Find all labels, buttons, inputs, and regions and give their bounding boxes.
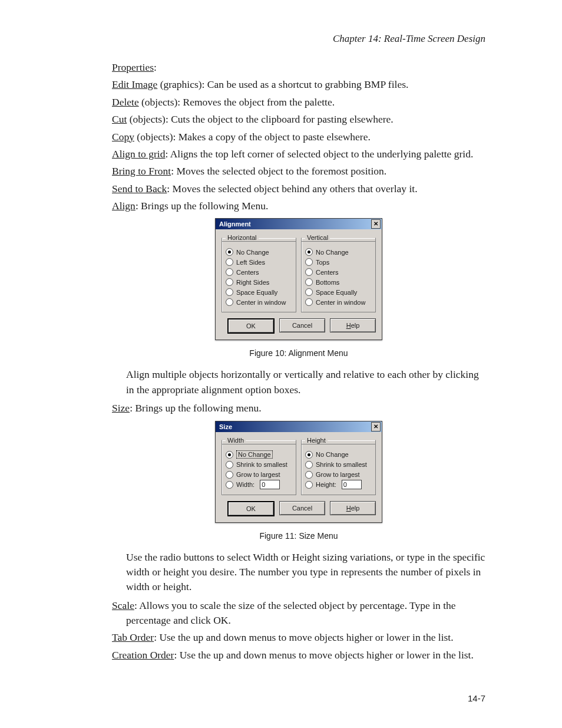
radio-icon[interactable]: [226, 278, 233, 286]
width-group: Width No ChangeShrink to smallestGrow to…: [222, 437, 296, 495]
ok-button[interactable]: OK: [227, 501, 275, 516]
definition-text: : Aligns the top left corner of selected…: [165, 148, 473, 160]
definition-term: Copy: [112, 131, 134, 143]
radio-icon[interactable]: [226, 481, 233, 489]
height-value-row[interactable]: Height: 0: [305, 480, 372, 490]
radio-icon[interactable]: [226, 268, 233, 276]
radio-icon[interactable]: [226, 298, 233, 306]
radio-option[interactable]: Center in window: [226, 297, 292, 307]
size-intro: Size: Brings up the following menu.: [112, 401, 485, 416]
definition-text: :: [154, 61, 157, 73]
size-dialog: Size ✕ Width No ChangeShrink to smallest…: [215, 421, 382, 523]
radio-option[interactable]: Left Sides: [226, 257, 292, 267]
cancel-button[interactable]: Cancel: [279, 318, 325, 332]
radio-option[interactable]: No Change: [305, 247, 372, 257]
definition-term: Edit Image: [112, 78, 157, 90]
figure-11-caption: Figure 11: Size Menu: [112, 531, 485, 541]
radio-label: Bottoms: [316, 279, 339, 286]
radio-icon[interactable]: [226, 248, 233, 256]
vertical-legend: Vertical: [305, 234, 330, 241]
radio-label: No Change: [236, 249, 269, 256]
radio-label: Shrink to smallest: [316, 461, 367, 468]
radio-label: Shrink to smallest: [236, 461, 287, 468]
radio-icon[interactable]: [305, 248, 313, 256]
definition-item: Bring to Front: Moves the selected objec…: [112, 164, 485, 179]
radio-option[interactable]: Shrink to smallest: [226, 460, 292, 470]
radio-icon[interactable]: [305, 278, 313, 286]
definition-term: Scale: [112, 599, 134, 611]
radio-icon[interactable]: [305, 451, 313, 459]
radio-label: Center in window: [236, 299, 286, 306]
radio-icon[interactable]: [305, 481, 313, 489]
definition-list: Properties:Edit Image (graphics): Can be…: [112, 60, 485, 213]
radio-option[interactable]: Right Sides: [226, 277, 292, 287]
radio-icon[interactable]: [226, 288, 233, 296]
radio-option[interactable]: No Change: [226, 450, 292, 460]
definition-item: Scale: Allows you to scale the size of t…: [112, 598, 485, 628]
close-icon[interactable]: ✕: [371, 422, 381, 431]
alignment-title: Alignment: [219, 220, 251, 228]
radio-icon[interactable]: [305, 461, 313, 469]
definition-item: Properties:: [112, 60, 485, 75]
size-description: Use the radio buttons to select Width or…: [126, 550, 485, 595]
definition-item: Cut (objects): Cuts the object to the cl…: [112, 112, 485, 127]
definition-text: : Moves the selected object behind any o…: [167, 183, 417, 195]
definition-term: Align to grid: [112, 148, 165, 160]
radio-icon[interactable]: [226, 471, 233, 479]
radio-option[interactable]: Shrink to smallest: [305, 460, 372, 470]
radio-option[interactable]: No Change: [305, 450, 372, 460]
radio-option[interactable]: Centers: [226, 267, 292, 277]
definition-term: Properties: [112, 61, 154, 73]
radio-icon[interactable]: [305, 258, 313, 266]
cancel-button[interactable]: Cancel: [279, 501, 325, 515]
definition-term: Bring to Front: [112, 165, 171, 177]
radio-option[interactable]: Center in window: [305, 297, 372, 307]
width-legend: Width: [226, 437, 246, 444]
radio-icon[interactable]: [226, 258, 233, 266]
radio-label: No Change: [236, 450, 273, 459]
radio-label: No Change: [316, 451, 349, 458]
page-number: 14-7: [468, 693, 485, 703]
definition-item: Edit Image (graphics): Can be used as a …: [112, 77, 485, 92]
radio-option[interactable]: Grow to largest: [305, 470, 372, 480]
height-input[interactable]: 0: [342, 480, 362, 489]
ok-button[interactable]: OK: [227, 318, 275, 334]
definition-term: Creation Order: [112, 649, 174, 661]
height-legend: Height: [305, 437, 328, 444]
radio-icon[interactable]: [305, 268, 313, 276]
radio-label: Grow to largest: [316, 471, 360, 478]
horizontal-group: Horizontal No ChangeLeft SidesCentersRig…: [222, 234, 296, 312]
definition-term: Tab Order: [112, 631, 154, 643]
radio-icon[interactable]: [305, 471, 313, 479]
align-description: Align multiple objects horizontally or v…: [126, 367, 485, 397]
width-value-row[interactable]: Width: 0: [226, 480, 292, 490]
definition-term: Align: [112, 200, 135, 212]
definition-term: Send to Back: [112, 183, 167, 195]
definition-item: Creation Order: Use the up and down menu…: [112, 648, 485, 663]
radio-icon[interactable]: [226, 461, 233, 469]
help-button[interactable]: Help: [330, 501, 376, 515]
radio-option[interactable]: Centers: [305, 267, 372, 277]
definition-item: Align: Brings up the following Menu.: [112, 199, 485, 213]
help-button[interactable]: Help: [330, 318, 376, 332]
close-icon[interactable]: ✕: [371, 219, 381, 229]
definition-text: : Brings up the following Menu.: [135, 200, 269, 212]
radio-option[interactable]: Bottoms: [305, 277, 372, 287]
radio-option[interactable]: Grow to largest: [226, 470, 292, 480]
definition-item: Tab Order: Use the up and down menus to …: [112, 630, 485, 645]
radio-option[interactable]: No Change: [226, 247, 292, 257]
radio-option[interactable]: Space Equally: [305, 287, 372, 297]
radio-label: Centers: [316, 269, 339, 276]
radio-icon[interactable]: [226, 451, 233, 459]
radio-label: No Change: [316, 249, 349, 256]
radio-label: Center in window: [316, 299, 365, 306]
radio-icon[interactable]: [305, 288, 313, 296]
definition-item: Copy (objects): Makes a copy of the obje…: [112, 130, 485, 144]
definition-text: (objects): Makes a copy of the object to…: [134, 131, 371, 143]
radio-option[interactable]: Space Equally: [226, 287, 292, 297]
definition-term: Delete: [112, 96, 139, 108]
width-input[interactable]: 0: [260, 480, 280, 489]
radio-icon[interactable]: [305, 298, 313, 306]
horizontal-legend: Horizontal: [226, 234, 259, 241]
radio-option[interactable]: Tops: [305, 257, 372, 267]
